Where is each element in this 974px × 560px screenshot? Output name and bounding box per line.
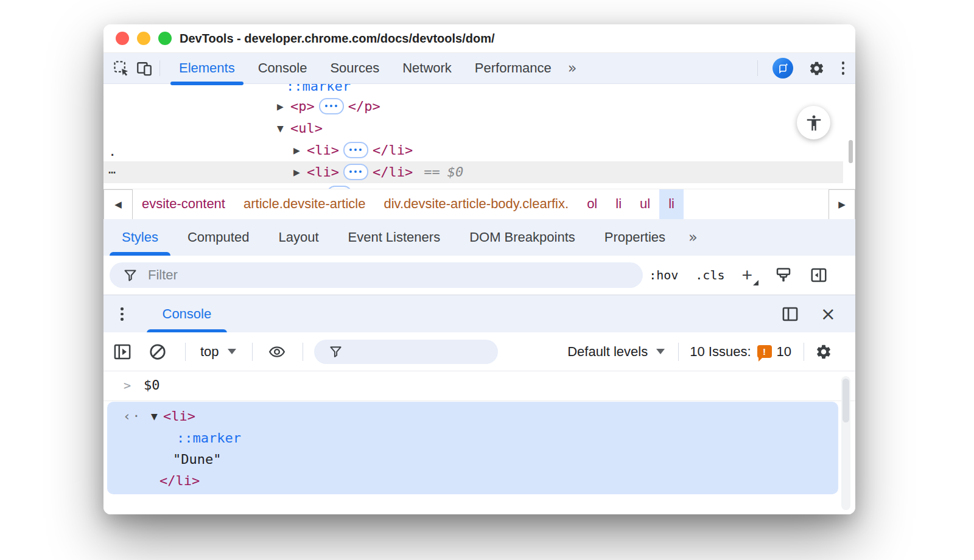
tab-sources[interactable]: Sources xyxy=(318,53,391,83)
console-settings-gear-icon[interactable] xyxy=(815,343,832,360)
tab-event-listeners[interactable]: Event Listeners xyxy=(334,219,455,256)
devtools-main-toolbar: Elements Console Sources Network Perform… xyxy=(103,53,855,84)
dom-row-ul[interactable]: ▼<ul> xyxy=(103,117,855,139)
class-toggle[interactable]: .cls xyxy=(695,268,724,282)
toolbar-divider xyxy=(678,343,679,361)
result-row-open[interactable]: ‹· ▼ <li> xyxy=(107,405,838,427)
accessibility-fab-button[interactable] xyxy=(797,106,830,139)
tag-open: <li> xyxy=(163,405,195,427)
pseudo-marker-label: ::marker xyxy=(177,427,241,449)
result-row-close[interactable]: </li> xyxy=(107,470,838,492)
traffic-lights xyxy=(116,32,172,45)
split-panel-icon[interactable] xyxy=(782,306,799,322)
tag-close: </li> xyxy=(159,470,200,492)
tab-properties[interactable]: Properties xyxy=(590,219,680,256)
breadcrumb-item[interactable]: evsite-content xyxy=(133,189,234,220)
chevron-down-icon[interactable] xyxy=(656,349,665,354)
expand-arrow-icon[interactable]: ▶ xyxy=(277,96,290,117)
tab-dom-breakpoints[interactable]: DOM Breakpoints xyxy=(455,219,590,256)
issues-count[interactable]: 10 xyxy=(777,344,791,360)
minimize-window-button[interactable] xyxy=(137,32,150,45)
expand-arrow-icon[interactable]: ▶ xyxy=(293,161,307,183)
tab-styles[interactable]: Styles xyxy=(107,219,173,256)
tab-elements[interactable]: Elements xyxy=(167,53,247,83)
breadcrumb-item[interactable]: article.devsite-article xyxy=(234,189,375,220)
tag-close: </li> xyxy=(373,164,413,180)
toolbar-divider xyxy=(303,343,303,361)
zoom-window-button[interactable] xyxy=(158,32,172,45)
show-console-sidebar-icon[interactable] xyxy=(113,343,131,360)
echo-expression: $0 xyxy=(144,371,160,399)
toolbar-divider xyxy=(804,343,804,361)
breadcrumb-item[interactable]: li xyxy=(606,189,631,220)
ai-assistant-icon[interactable] xyxy=(773,58,793,79)
tag-open: <p> xyxy=(290,99,315,114)
dom-scrollbar-thumb[interactable] xyxy=(849,140,853,163)
rendering-brush-icon[interactable] xyxy=(774,266,793,284)
dom-row-li-1[interactable]: ▶<li></li> xyxy=(103,139,855,161)
row-menu-ellipsis[interactable]: ⋯ xyxy=(108,161,116,183)
dom-row-clipped-bottom[interactable]: ▶<li></li> xyxy=(103,183,855,189)
tag-close: </li> xyxy=(373,142,413,158)
toggle-sidebar-left-icon[interactable] xyxy=(810,266,828,284)
tag-close: </p> xyxy=(348,99,380,114)
result-row-pseudo[interactable]: ::marker xyxy=(107,427,838,449)
collapsed-content-badge[interactable] xyxy=(343,142,368,158)
log-levels-selector[interactable]: Default levels xyxy=(567,344,648,360)
text-node-value: "Dune" xyxy=(173,449,221,471)
breadcrumb-item[interactable]: ol xyxy=(578,189,606,220)
tab-layout[interactable]: Layout xyxy=(264,219,333,256)
issues-label[interactable]: 10 Issues: xyxy=(690,344,751,360)
breadcrumb-item-selected[interactable]: li xyxy=(659,189,684,220)
pseudo-state-toggle[interactable]: :hov xyxy=(649,268,678,282)
console-toolbar: top Default levels 10 Issues: ! 10 xyxy=(103,332,855,371)
breadcrumb-item[interactable]: div.devsite-article-body.clearfix. xyxy=(374,189,578,220)
breadcrumb-scroll-right-button[interactable]: ▶ xyxy=(829,189,855,220)
close-drawer-icon[interactable]: × xyxy=(821,305,836,323)
console-scrollbar-thumb[interactable] xyxy=(843,379,849,422)
more-tabs-icon[interactable]: » xyxy=(688,229,696,246)
collapsed-content-badge[interactable] xyxy=(343,164,368,180)
issues-badge-icon[interactable]: ! xyxy=(757,345,772,358)
main-panel-tabs: Elements Console Sources Network Perform… xyxy=(167,53,575,83)
console-result-block[interactable]: ‹· ▼ <li> ::marker "Dune" </li> xyxy=(107,402,838,494)
screenshot-stage: { "colors": { "accent_blue": "#1a73e8", … xyxy=(0,0,974,560)
new-style-rule-button[interactable]: + xyxy=(741,266,757,284)
expand-arrow-icon[interactable]: ▶ xyxy=(277,183,290,189)
chevron-down-icon[interactable] xyxy=(228,349,236,354)
context-selector[interactable]: top xyxy=(200,344,219,360)
toolbar-divider xyxy=(185,343,186,361)
styles-filter-input[interactable]: Filter xyxy=(110,262,643,288)
breadcrumb-item[interactable]: ul xyxy=(631,189,659,220)
prompt-chevron-icon: > xyxy=(124,371,131,399)
console-drawer-tab[interactable]: Console xyxy=(147,295,228,333)
console-echo-row[interactable]: > $0 xyxy=(103,371,855,401)
console-scrollbar[interactable] xyxy=(841,376,850,510)
styles-filter-row: Filter :hov .cls + xyxy=(103,256,855,295)
tab-console[interactable]: Console xyxy=(247,53,319,83)
tab-network[interactable]: Network xyxy=(391,53,463,83)
collapsed-content-badge[interactable] xyxy=(319,98,344,114)
collapse-arrow-icon[interactable]: ▼ xyxy=(151,405,158,427)
console-filter-input[interactable] xyxy=(314,340,498,364)
pseudo-marker-label: ::marker xyxy=(286,84,351,94)
elements-dom-tree: ::marker ▶<p></p> ▼<ul> ▶<li></li> ⋯ ▶<l… xyxy=(103,84,855,189)
dom-row-p[interactable]: ▶<p></p> xyxy=(103,96,855,117)
more-tabs-icon[interactable]: » xyxy=(568,60,576,77)
close-window-button[interactable] xyxy=(116,32,129,45)
kebab-menu-icon[interactable] xyxy=(841,60,846,76)
device-toolbar-icon[interactable] xyxy=(135,59,153,77)
settings-gear-icon[interactable] xyxy=(808,59,826,77)
inspect-element-icon[interactable] xyxy=(112,59,130,77)
tab-performance[interactable]: Performance xyxy=(463,53,563,83)
dom-row-li-selected[interactable]: ⋯ ▶<li></li>==$0 xyxy=(103,161,843,183)
drawer-kebab-menu-icon[interactable] xyxy=(119,306,125,322)
expand-arrow-icon[interactable]: ▶ xyxy=(293,139,307,161)
collapse-arrow-icon[interactable]: ▼ xyxy=(277,117,290,139)
tab-computed[interactable]: Computed xyxy=(173,219,264,256)
breadcrumb-bar: ◀ evsite-content article.devsite-article… xyxy=(103,189,855,220)
breadcrumb-scroll-left-button[interactable]: ◀ xyxy=(103,189,133,220)
live-expression-eye-icon[interactable] xyxy=(267,343,287,360)
result-row-text[interactable]: "Dune" xyxy=(107,449,838,471)
clear-console-icon[interactable] xyxy=(149,343,167,361)
